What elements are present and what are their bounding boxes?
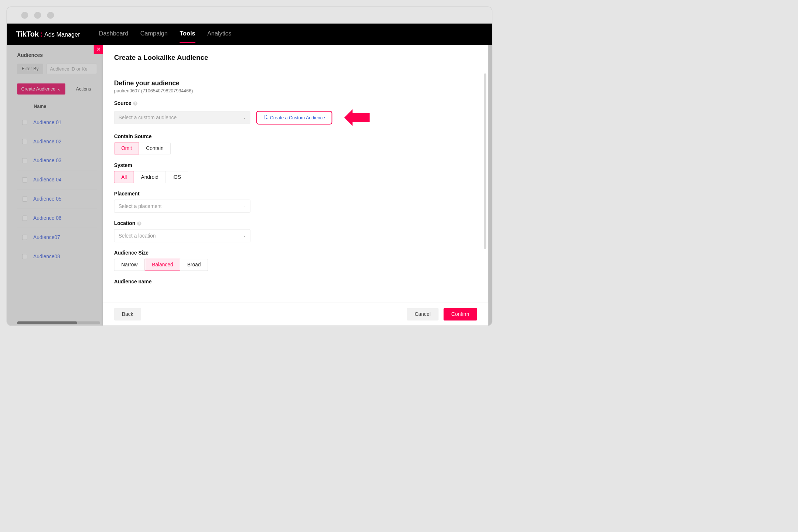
create-custom-audience-text: Create a Custom Audience [270, 115, 325, 120]
field-source: Source ? Select a custom audience ⌄ Cr [114, 100, 474, 126]
field-audience-name: Audience name [114, 279, 474, 284]
confirm-button[interactable]: Confirm [444, 308, 477, 320]
source-row: Select a custom audience ⌄ Create a Cust… [114, 109, 474, 126]
chevron-down-icon: ⌄ [243, 204, 246, 208]
nav-campaign[interactable]: Campaign [140, 30, 168, 38]
cancel-button[interactable]: Cancel [407, 308, 438, 320]
back-button[interactable]: Back [114, 308, 141, 320]
contain-source-label: Contain Source [114, 134, 474, 140]
create-lookalike-panel: Create a Lookalike Audience Define your … [103, 45, 488, 325]
size-broad-option[interactable]: Broad [180, 259, 208, 271]
location-placeholder: Select a location [119, 233, 156, 239]
close-icon[interactable]: ✕ [94, 45, 103, 54]
contain-source-segment: Omit Contain [114, 143, 474, 155]
workspace: Audiences Filter By Audience ID or Ke Cr… [7, 45, 492, 325]
source-label-text: Source [114, 100, 132, 106]
location-select[interactable]: Select a location ⌄ [114, 229, 250, 242]
traffic-light-close[interactable] [21, 12, 28, 19]
nav-analytics[interactable]: Analytics [207, 30, 231, 38]
traffic-light-max[interactable] [47, 12, 54, 19]
location-label: Location ? [114, 221, 474, 226]
brand-colon-icon: : [40, 30, 42, 38]
size-balanced-option[interactable]: Balanced [145, 259, 180, 271]
chevron-down-icon: ⌄ [243, 116, 246, 119]
source-label: Source ? [114, 100, 474, 106]
system-label: System [114, 162, 474, 168]
traffic-light-min[interactable] [34, 12, 41, 19]
panel-footer: Back Cancel Confirm [103, 303, 488, 326]
audience-size-label: Audience Size [114, 250, 474, 256]
brand-sub: Ads Manager [44, 31, 80, 38]
panel-scroll-area[interactable]: Define your audience paulren0607 (710654… [103, 68, 488, 303]
placement-placeholder: Select a placement [119, 203, 162, 209]
brand-name: TikTok [16, 30, 39, 38]
document-plus-icon [263, 115, 267, 120]
browser-frame: TikTok: Ads Manager Dashboard Campaign T… [7, 7, 492, 326]
field-contain-source: Contain Source Omit Contain [114, 134, 474, 154]
location-label-text: Location [114, 221, 135, 226]
top-nav: TikTok: Ads Manager Dashboard Campaign T… [7, 24, 492, 45]
source-select[interactable]: Select a custom audience ⌄ [114, 111, 250, 124]
source-placeholder: Select a custom audience [119, 115, 177, 120]
panel-title: Create a Lookalike Audience [103, 45, 488, 67]
system-segment: All Android iOS [114, 171, 474, 183]
audience-name-label: Audience name [114, 279, 474, 284]
field-system: System All Android iOS [114, 162, 474, 183]
account-subtext: paulren0607 (7106540798207934466) [114, 88, 474, 93]
nav-dashboard[interactable]: Dashboard [99, 30, 129, 38]
nav-tools[interactable]: Tools [180, 30, 195, 38]
field-location: Location ? Select a location ⌄ [114, 221, 474, 242]
system-all-option[interactable]: All [114, 171, 134, 183]
audience-size-segment: Narrow Balanced Broad [114, 259, 474, 271]
placement-select[interactable]: Select a placement ⌄ [114, 200, 250, 213]
placement-label: Placement [114, 191, 474, 197]
help-icon[interactable]: ? [133, 101, 137, 105]
section-define-audience: Define your audience [114, 79, 474, 87]
field-audience-size: Audience Size Narrow Balanced Broad [114, 250, 474, 271]
brand: TikTok: Ads Manager [16, 30, 80, 38]
callout-arrow-icon [344, 109, 370, 126]
contain-omit-option[interactable]: Omit [114, 143, 139, 155]
footer-right: Cancel Confirm [407, 308, 477, 320]
window-titlebar [7, 7, 492, 24]
contain-contain-option[interactable]: Contain [139, 143, 171, 155]
size-narrow-option[interactable]: Narrow [114, 259, 145, 271]
chevron-down-icon: ⌄ [243, 234, 246, 238]
vertical-scrollbar[interactable] [484, 74, 486, 249]
system-ios-option[interactable]: iOS [166, 171, 188, 183]
help-icon[interactable]: ? [137, 221, 141, 225]
nav-items: Dashboard Campaign Tools Analytics [99, 30, 231, 38]
field-placement: Placement Select a placement ⌄ [114, 191, 474, 213]
system-android-option[interactable]: Android [134, 171, 166, 183]
create-custom-audience-link[interactable]: Create a Custom Audience [256, 111, 332, 125]
